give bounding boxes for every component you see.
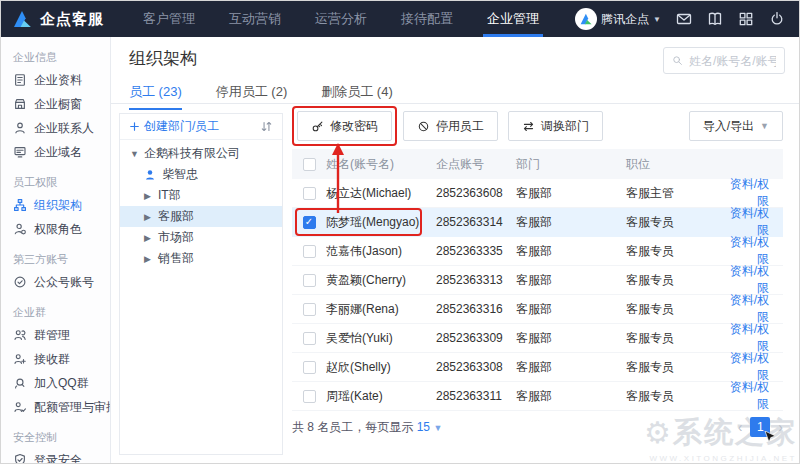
sidebar-section-title: 企业群 bbox=[13, 305, 110, 320]
caret-right-icon[interactable]: ▶ bbox=[144, 233, 152, 243]
sidebar-item-person[interactable]: 企业联系人 bbox=[1, 116, 110, 140]
sidebar-item-doc[interactable]: 企业资料 bbox=[1, 68, 110, 92]
page-1-button[interactable]: 1 bbox=[750, 417, 770, 437]
sidebar-item-label: 加入QQ群 bbox=[34, 375, 89, 392]
tab-1[interactable]: 停用员工 (2) bbox=[216, 83, 288, 110]
sidebar-item-people-plus[interactable]: 接收群 bbox=[1, 347, 110, 371]
profile-permission-link[interactable]: 资料/权限 bbox=[730, 293, 769, 324]
sidebar-item-shop[interactable]: 企业橱窗 bbox=[1, 92, 110, 116]
table-row[interactable]: ✓陈梦瑶(Mengyao)2852363314客服部客服专员资料/权限 bbox=[292, 208, 783, 237]
row-checkbox[interactable] bbox=[303, 187, 316, 200]
cell-account: 2852363314 bbox=[436, 215, 516, 229]
row-checkbox[interactable] bbox=[303, 332, 316, 345]
shop-icon bbox=[13, 97, 27, 111]
row-checkbox[interactable] bbox=[303, 361, 316, 374]
profile-permission-link[interactable]: 资料/权限 bbox=[730, 235, 769, 266]
avatar bbox=[575, 8, 597, 30]
change-password-label: 修改密码 bbox=[330, 118, 378, 135]
search-input[interactable] bbox=[689, 54, 776, 68]
nav-item-2[interactable]: 运营分析 bbox=[298, 1, 384, 37]
transfer-department-button[interactable]: 调换部门 bbox=[508, 111, 603, 141]
profile-permission-link[interactable]: 资料/权限 bbox=[730, 380, 769, 411]
create-department-button[interactable]: 创建部门/员工 bbox=[129, 118, 219, 135]
cell-name: 李丽娜(Rena) bbox=[326, 301, 436, 318]
table-row[interactable]: 杨立达(Michael)2852363608客服部客服主管资料/权限 bbox=[292, 179, 783, 208]
tab-2[interactable]: 删除员工 (4) bbox=[321, 83, 393, 110]
nav-item-4[interactable]: 企业管理 bbox=[470, 1, 556, 37]
prev-page-button[interactable]: ‹ bbox=[738, 419, 743, 435]
import-export-button[interactable]: 导入/导出 ▼ bbox=[689, 111, 783, 141]
next-page-button[interactable]: › bbox=[778, 419, 783, 435]
table-row[interactable]: 赵欣(Shelly)2852363308客服部客服专员资料/权限 bbox=[292, 353, 783, 382]
sidebar-item-orgchart[interactable]: 组织架构 bbox=[1, 193, 110, 217]
tree-node-employee[interactable]: 柴智忠 bbox=[120, 164, 282, 185]
caret-down-icon[interactable]: ▼ bbox=[130, 149, 138, 159]
nav-item-3[interactable]: 接待配置 bbox=[384, 1, 470, 37]
cell-account: 2852363309 bbox=[436, 331, 516, 345]
page-size-select[interactable]: 15 bbox=[417, 420, 430, 434]
tree-node-department[interactable]: ▶销售部 bbox=[120, 248, 282, 269]
tree-node-department[interactable]: ▶市场部 bbox=[120, 227, 282, 248]
transfer-department-label: 调换部门 bbox=[541, 118, 589, 135]
search-icon bbox=[672, 54, 683, 67]
profile-permission-link[interactable]: 资料/权限 bbox=[730, 177, 769, 208]
caret-right-icon[interactable]: ▶ bbox=[144, 254, 152, 264]
nav-item-1[interactable]: 互动营销 bbox=[212, 1, 298, 37]
row-checkbox[interactable] bbox=[303, 303, 316, 316]
row-checkbox[interactable] bbox=[303, 245, 316, 258]
cell-name: 杨立达(Michael) bbox=[326, 185, 436, 202]
brand[interactable]: 企点客服 bbox=[1, 10, 126, 29]
column-header-name: 姓名(账号名) bbox=[326, 156, 436, 173]
help-book-icon[interactable] bbox=[707, 11, 723, 27]
qq-icon bbox=[13, 376, 27, 390]
tree-node-company[interactable]: ▼ 企鹅科技有限公司 bbox=[120, 143, 282, 164]
sidebar-item-people[interactable]: 群管理 bbox=[1, 323, 110, 347]
cell-position: 客服专员 bbox=[626, 214, 726, 231]
row-checkbox[interactable] bbox=[303, 274, 316, 287]
select-all-checkbox[interactable] bbox=[303, 158, 316, 171]
sidebar-item-qq[interactable]: 加入QQ群 bbox=[1, 371, 110, 395]
cell-name: 陈梦瑶(Mengyao) bbox=[326, 214, 436, 231]
plus-icon bbox=[129, 121, 140, 132]
table-row[interactable]: 周瑶(Kate)2852363311客服部客服专员资料/权限 bbox=[292, 382, 783, 411]
sidebar-item-badge[interactable]: 公众号账号 bbox=[1, 270, 110, 294]
profile-permission-link[interactable]: 资料/权限 bbox=[730, 322, 769, 353]
cell-position: 客服专员 bbox=[626, 272, 726, 289]
account-menu[interactable]: 腾讯企点 ▼ bbox=[575, 8, 661, 30]
table-row[interactable]: 吴爱怡(Yuki)2852363309客服部客服专员资料/权限 bbox=[292, 324, 783, 353]
cell-position: 客服专员 bbox=[626, 330, 726, 347]
caret-right-icon[interactable]: ▶ bbox=[144, 212, 152, 222]
tree-node-department[interactable]: ▶客服部 bbox=[120, 206, 282, 227]
department-tree-panel: 创建部门/员工 ▼ 企鹅科技有限公司 柴智忠 ▶IT部▶客服部▶市场部▶销售部 bbox=[119, 113, 283, 455]
sidebar-item-people-check[interactable]: 配额管理与审批 bbox=[1, 395, 110, 419]
department-name: 销售部 bbox=[158, 250, 194, 267]
change-password-button[interactable]: 修改密码 bbox=[297, 111, 392, 141]
sidebar-item-person-gear[interactable]: 权限角色 bbox=[1, 217, 110, 241]
profile-permission-link[interactable]: 资料/权限 bbox=[730, 206, 769, 237]
table-row[interactable]: 李丽娜(Rena)2852363316客服部客服专员资料/权限 bbox=[292, 295, 783, 324]
table-row[interactable]: 黄盈颖(Cherry)2852363313客服部客服专员资料/权限 bbox=[292, 266, 783, 295]
row-checkbox[interactable]: ✓ bbox=[303, 216, 316, 229]
doc-icon bbox=[13, 73, 27, 87]
profile-permission-link[interactable]: 资料/权限 bbox=[730, 351, 769, 382]
cell-account: 2852363335 bbox=[436, 244, 516, 258]
tab-0[interactable]: 员工 (23) bbox=[129, 83, 182, 110]
row-checkbox[interactable] bbox=[303, 390, 316, 403]
nav-item-0[interactable]: 客户管理 bbox=[126, 1, 212, 37]
cell-department: 客服部 bbox=[516, 388, 626, 405]
caret-right-icon[interactable]: ▶ bbox=[144, 191, 152, 201]
tree-node-department[interactable]: ▶IT部 bbox=[120, 185, 282, 206]
table-row[interactable]: 范嘉伟(Jason)2852363335客服部客服专员资料/权限 bbox=[292, 237, 783, 266]
sort-icon[interactable] bbox=[260, 120, 273, 133]
apps-grid-icon[interactable] bbox=[738, 11, 754, 27]
logout-icon[interactable] bbox=[769, 11, 785, 27]
mouse-cursor-icon bbox=[764, 431, 776, 445]
department-name: IT部 bbox=[158, 187, 181, 204]
cell-name: 黄盈颖(Cherry) bbox=[326, 272, 436, 289]
department-name: 客服部 bbox=[158, 208, 194, 225]
sidebar-item-monitor[interactable]: 企业域名 bbox=[1, 140, 110, 164]
profile-permission-link[interactable]: 资料/权限 bbox=[730, 264, 769, 295]
disable-employee-button[interactable]: 停用员工 bbox=[403, 111, 498, 141]
sidebar-item-shield[interactable]: 登录安全 bbox=[1, 448, 110, 463]
mail-icon[interactable] bbox=[676, 11, 692, 27]
